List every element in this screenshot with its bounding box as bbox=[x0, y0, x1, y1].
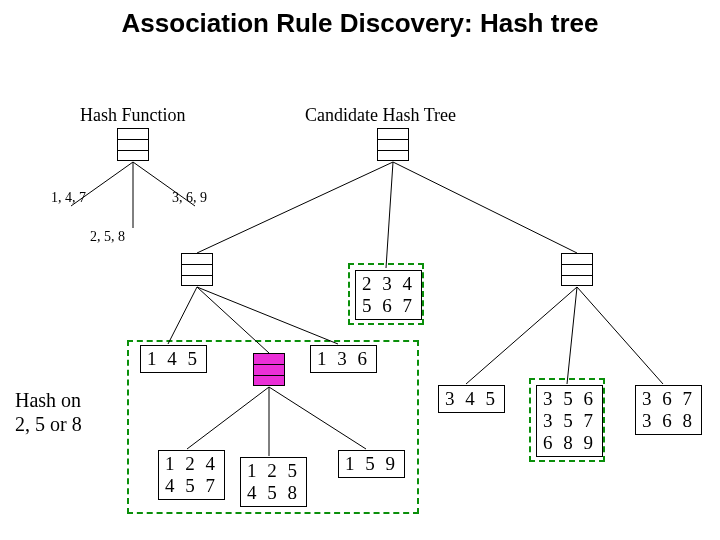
svg-line-8 bbox=[197, 287, 338, 344]
leaf-234-567: 2 3 4 5 6 7 bbox=[355, 270, 422, 320]
hashfn-root-node bbox=[117, 128, 149, 161]
leaf-367-368: 3 6 7 3 6 8 bbox=[635, 385, 702, 435]
leaf-136: 1 3 6 bbox=[310, 345, 377, 373]
leaf-356-357-689: 3 5 6 3 5 7 6 8 9 bbox=[536, 385, 603, 457]
svg-line-4 bbox=[386, 162, 393, 268]
label-hash-on: Hash on 2, 5 or 8 bbox=[15, 388, 82, 436]
leaf-159: 1 5 9 bbox=[338, 450, 405, 478]
svg-line-6 bbox=[168, 287, 197, 344]
tree-left-node bbox=[181, 253, 213, 286]
svg-line-11 bbox=[269, 387, 366, 449]
label-branch-right: 3, 6, 9 bbox=[172, 190, 207, 206]
svg-line-13 bbox=[567, 287, 577, 384]
leaf-125-458: 1 2 5 4 5 8 bbox=[240, 457, 307, 507]
leaf-345: 3 4 5 bbox=[438, 385, 505, 413]
tree-left-mid-node bbox=[253, 353, 285, 386]
leaf-145: 1 4 5 bbox=[140, 345, 207, 373]
svg-line-7 bbox=[197, 287, 269, 353]
svg-line-9 bbox=[187, 387, 269, 449]
svg-line-3 bbox=[197, 162, 393, 253]
label-branch-left: 1, 4, 7 bbox=[51, 190, 86, 206]
label-candidate-tree: Candidate Hash Tree bbox=[305, 105, 456, 126]
label-hash-function: Hash Function bbox=[80, 105, 186, 126]
leaf-124-457: 1 2 4 4 5 7 bbox=[158, 450, 225, 500]
tree-root-node bbox=[377, 128, 409, 161]
svg-line-5 bbox=[393, 162, 577, 253]
label-branch-mid: 2, 5, 8 bbox=[90, 229, 125, 245]
svg-line-12 bbox=[466, 287, 577, 384]
page-title: Association Rule Discovery: Hash tree bbox=[0, 8, 720, 39]
svg-line-14 bbox=[577, 287, 663, 384]
diagram-stage: Association Rule Discovery: Hash tree Ha… bbox=[0, 0, 720, 540]
tree-right-node bbox=[561, 253, 593, 286]
